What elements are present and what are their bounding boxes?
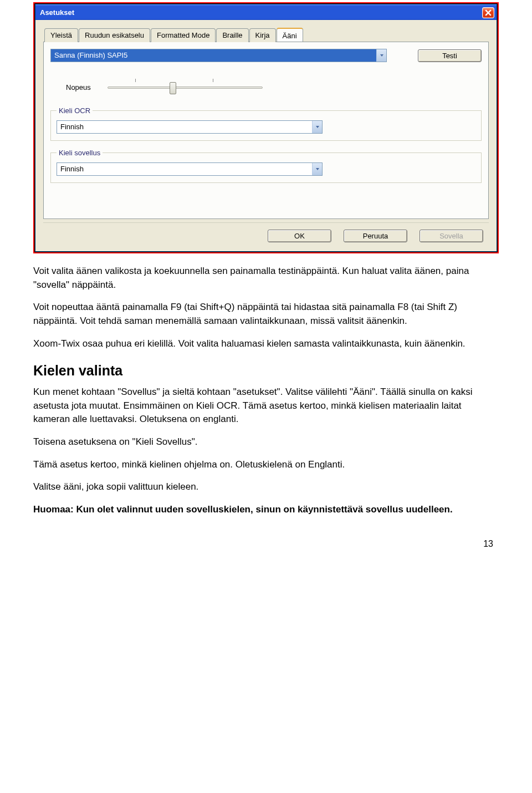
doc-p2: Voit nopeuttaa ääntä painamalla F9 (tai … [33,301,499,328]
tab-formatted-mode[interactable]: Formatted Mode [151,28,216,42]
app-language-select[interactable]: Finnish [57,162,323,176]
document-body: Voit valita äänen valikosta ja koekuunne… [33,265,499,517]
voice-select-value: Sanna (Finnish) SAPI5 [51,49,376,62]
close-icon [485,9,492,16]
ok-button[interactable]: OK [268,230,331,242]
slider-thumb[interactable] [170,82,176,94]
app-language-group: Kieli sovellus Finnish [50,149,482,183]
tab-aani[interactable]: Ääni [277,28,303,42]
dialog-button-row: OK Peruuta Sovella [43,222,489,245]
close-button[interactable] [482,7,494,18]
speed-label: Nopeus [66,83,91,92]
voice-select-arrow[interactable] [376,49,386,62]
doc-heading: Kielen valinta [33,363,499,379]
ocr-language-select[interactable]: Finnish [57,120,323,134]
tab-kirja[interactable]: Kirja [249,28,276,42]
doc-p3: Xoom-Twix osaa puhua eri kielillä. Voit … [33,337,499,351]
tab-panel-aani: Sanna (Finnish) SAPI5 Testi Nopeus [43,42,489,219]
doc-p6: Tämä asetus kertoo, minkä kielinen ohjel… [33,458,499,472]
titlebar[interactable]: Asetukset [35,4,497,20]
doc-p1: Voit valita äänen valikosta ja koekuunne… [33,265,499,292]
app-language-value: Finnish [57,163,312,175]
voice-select[interactable]: Sanna (Finnish) SAPI5 [50,49,387,62]
tab-ruudun-esikatselu[interactable]: Ruudun esikatselu [79,28,150,42]
doc-p7: Valitse ääni, joka sopii valittuun kiele… [33,480,499,494]
doc-p5: Toisena asetuksena on "Kieli Sovellus". [33,435,499,449]
slider-track [108,87,263,89]
app-language-arrow[interactable] [312,163,322,175]
ocr-language-group: Kieli OCR Finnish [50,106,482,141]
apply-button[interactable]: Sovella [420,230,483,242]
cancel-button[interactable]: Peruuta [344,230,407,242]
chevron-down-icon [315,167,320,171]
tab-braille[interactable]: Braille [216,28,248,42]
ocr-language-value: Finnish [57,121,312,133]
screenshot-frame: Asetukset Yleistä Ruudun esikatselu Form… [33,2,499,253]
speed-slider[interactable] [108,79,263,95]
page-number: 13 [0,539,493,549]
chevron-down-icon [380,53,384,58]
tab-yleista[interactable]: Yleistä [44,28,78,42]
client-area: Yleistä Ruudun esikatselu Formatted Mode… [35,20,497,251]
settings-dialog: Asetukset Yleistä Ruudun esikatselu Form… [35,4,497,252]
doc-note: Huomaa: Kun olet valinnut uuden sovellus… [33,503,499,517]
app-language-legend: Kieli sovellus [57,149,103,157]
test-button[interactable]: Testi [418,49,482,62]
tabs: Yleistä Ruudun esikatselu Formatted Mode… [44,28,489,42]
ocr-language-legend: Kieli OCR [57,106,93,115]
window-title: Asetukset [40,8,74,17]
doc-p4: Kun menet kohtaan "Sovellus" ja sieltä k… [33,385,499,426]
ocr-language-arrow[interactable] [312,121,322,133]
chevron-down-icon [315,125,320,129]
